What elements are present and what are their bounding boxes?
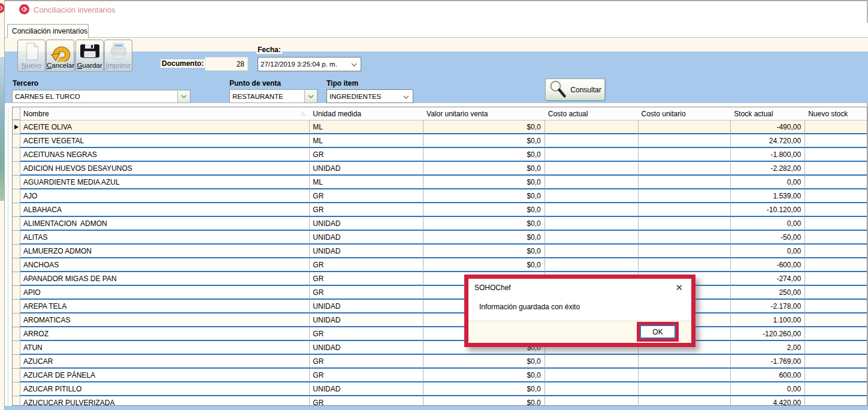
cell-nombre[interactable]: AGUARDIENTE MEDIA AZUL bbox=[20, 176, 310, 189]
cell-costo-unitario[interactable] bbox=[639, 134, 731, 148]
cell-valor-unitario-venta[interactable]: $0,0 bbox=[424, 355, 545, 369]
cell-valor-unitario-venta[interactable]: $0,0 bbox=[424, 369, 545, 382]
cell-unidad-medida[interactable]: GR bbox=[310, 369, 424, 382]
cell-costo-actual[interactable] bbox=[545, 369, 639, 382]
cell-costo-actual[interactable] bbox=[545, 217, 639, 231]
cell-nombre[interactable]: AJO bbox=[20, 189, 310, 203]
cell-nombre[interactable]: ACEITE VEGETAL bbox=[20, 134, 310, 148]
documento-field[interactable]: 28 bbox=[205, 57, 248, 71]
cell-stock-actual[interactable]: 600,00 bbox=[731, 369, 805, 382]
cell-valor-unitario-venta[interactable]: $0,0 bbox=[424, 231, 545, 245]
cell-nuevo-stock[interactable] bbox=[805, 313, 867, 327]
row-selector[interactable] bbox=[13, 231, 20, 245]
cell-stock-actual[interactable]: -2.282,00 bbox=[731, 162, 805, 176]
cell-stock-actual[interactable]: -120.260,00 bbox=[731, 327, 805, 341]
column-header-stock-actual[interactable]: Stock actual bbox=[731, 107, 805, 120]
cell-stock-actual[interactable]: 250,00 bbox=[731, 286, 805, 300]
cell-unidad-medida[interactable]: UNIDAD bbox=[310, 382, 424, 396]
cell-nombre[interactable]: AZUCAR PITILLO bbox=[20, 382, 310, 396]
column-header-unidad-medida[interactable]: Unidad medida bbox=[310, 107, 424, 120]
cell-nuevo-stock[interactable] bbox=[805, 369, 867, 382]
cell-nuevo-stock[interactable] bbox=[805, 341, 867, 355]
cell-nombre[interactable]: AREPA TELA bbox=[20, 300, 310, 313]
cell-stock-actual[interactable]: 1.539,00 bbox=[731, 189, 805, 203]
cell-costo-actual[interactable] bbox=[545, 245, 639, 258]
cell-unidad-medida[interactable]: ML bbox=[310, 120, 424, 134]
cell-nombre[interactable]: AROMATICAS bbox=[20, 313, 310, 327]
row-selector[interactable] bbox=[13, 355, 20, 369]
cell-stock-actual[interactable]: -274,00 bbox=[731, 272, 805, 286]
cell-costo-actual[interactable] bbox=[545, 203, 639, 217]
cell-nuevo-stock[interactable] bbox=[805, 272, 867, 286]
row-selector[interactable] bbox=[13, 300, 20, 313]
table-row[interactable]: ACEITUNAS NEGRASGR$0,0-1.800,00 bbox=[13, 148, 867, 162]
cell-nuevo-stock[interactable] bbox=[805, 231, 867, 245]
cell-valor-unitario-venta[interactable]: $0,0 bbox=[424, 382, 545, 396]
cell-nuevo-stock[interactable] bbox=[805, 176, 867, 189]
cell-nuevo-stock[interactable] bbox=[805, 396, 867, 406]
cell-nuevo-stock[interactable] bbox=[805, 286, 867, 300]
cell-valor-unitario-venta[interactable]: $0,0 bbox=[424, 120, 545, 134]
cell-stock-actual[interactable]: 0,00 bbox=[731, 382, 805, 396]
cell-nombre[interactable]: ALBAHACA bbox=[20, 203, 310, 217]
table-row[interactable]: APIOGR$0,0250,00 bbox=[13, 286, 867, 300]
column-header-valor-unitario-venta[interactable]: Valor unitario venta bbox=[424, 107, 545, 120]
cell-costo-actual[interactable] bbox=[545, 189, 639, 203]
table-row[interactable]: AZUCUCAR PULVERIZADAGR$0,04.420,00 bbox=[13, 396, 867, 406]
row-selector[interactable] bbox=[13, 134, 20, 148]
cell-nombre[interactable]: ALIMENTACION ADMON bbox=[20, 217, 310, 231]
cell-stock-actual[interactable]: 0,00 bbox=[731, 245, 805, 258]
table-row[interactable]: ANCHOASGR$0,0-600,00 bbox=[13, 258, 867, 272]
cell-costo-actual[interactable] bbox=[545, 176, 639, 189]
cell-nuevo-stock[interactable] bbox=[805, 148, 867, 162]
row-selector[interactable] bbox=[13, 189, 20, 203]
tercero-combobox[interactable]: CARNES EL TURCO bbox=[12, 90, 190, 103]
row-selector[interactable] bbox=[13, 203, 20, 217]
cell-unidad-medida[interactable]: GR bbox=[310, 327, 424, 341]
table-row[interactable]: ALMUERZO ADMONUNIDAD$0,00,00 bbox=[13, 245, 867, 258]
cell-nombre[interactable]: ACEITE OLIVA bbox=[20, 120, 310, 134]
cell-unidad-medida[interactable]: GR bbox=[310, 203, 424, 217]
cell-nuevo-stock[interactable] bbox=[805, 217, 867, 231]
cell-costo-actual[interactable] bbox=[545, 231, 639, 245]
cell-nuevo-stock[interactable] bbox=[805, 258, 867, 272]
cancelar-button[interactable]: Cancelar bbox=[46, 40, 74, 72]
cell-nombre[interactable]: AZUCAR bbox=[20, 355, 310, 369]
cell-costo-unitario[interactable] bbox=[639, 176, 731, 189]
row-selector[interactable] bbox=[13, 272, 20, 286]
cell-costo-unitario[interactable] bbox=[639, 245, 731, 258]
cell-valor-unitario-venta[interactable]: $0,0 bbox=[424, 396, 545, 406]
table-row[interactable]: ALIMENTACION ADMONUNIDAD$0,00,00 bbox=[13, 217, 867, 231]
sort-ascending-icon[interactable]: △ bbox=[301, 110, 305, 116]
cell-nuevo-stock[interactable] bbox=[805, 245, 867, 258]
cell-nombre[interactable]: AZUCAR DE PÁNELA bbox=[20, 369, 310, 382]
fecha-combobox[interactable]: 27/12/2019 3:25:04 p. m. bbox=[258, 57, 361, 71]
cell-nombre[interactable]: ALITAS bbox=[20, 231, 310, 245]
cell-valor-unitario-venta[interactable]: $0,0 bbox=[424, 134, 545, 148]
cell-nombre[interactable]: AZUCUCAR PULVERIZADA bbox=[20, 396, 310, 406]
row-selector[interactable] bbox=[13, 327, 20, 341]
row-selector[interactable] bbox=[13, 369, 20, 382]
guardar-button[interactable]: Guardar bbox=[75, 40, 104, 72]
row-selector[interactable] bbox=[13, 245, 20, 258]
cell-costo-actual[interactable] bbox=[545, 396, 639, 406]
cell-stock-actual[interactable]: -600,00 bbox=[731, 258, 805, 272]
cell-unidad-medida[interactable]: UNIDAD bbox=[310, 300, 424, 313]
cell-stock-actual[interactable]: -1.800,00 bbox=[731, 148, 805, 162]
cell-nuevo-stock[interactable] bbox=[805, 355, 867, 369]
cell-nuevo-stock[interactable] bbox=[805, 189, 867, 203]
cell-costo-actual[interactable] bbox=[545, 162, 639, 176]
cell-nombre[interactable]: ANCHOAS bbox=[20, 258, 310, 272]
cell-stock-actual[interactable]: -50,00 bbox=[731, 231, 805, 245]
row-selector[interactable] bbox=[13, 176, 20, 189]
cell-valor-unitario-venta[interactable]: $0,0 bbox=[424, 258, 545, 272]
cell-nuevo-stock[interactable] bbox=[805, 382, 867, 396]
row-selector[interactable] bbox=[13, 286, 20, 300]
cell-stock-actual[interactable]: 1.100,00 bbox=[731, 313, 805, 327]
row-selector[interactable] bbox=[13, 396, 20, 406]
table-row[interactable]: AZUCAR DE PÁNELAGR$0,0600,00 bbox=[13, 369, 867, 382]
cell-costo-actual[interactable] bbox=[545, 120, 639, 134]
punto-de-venta-combobox[interactable]: RESTAURANTE bbox=[229, 89, 317, 103]
cell-nombre[interactable]: APIO bbox=[20, 286, 310, 300]
cell-costo-unitario[interactable] bbox=[639, 355, 731, 369]
